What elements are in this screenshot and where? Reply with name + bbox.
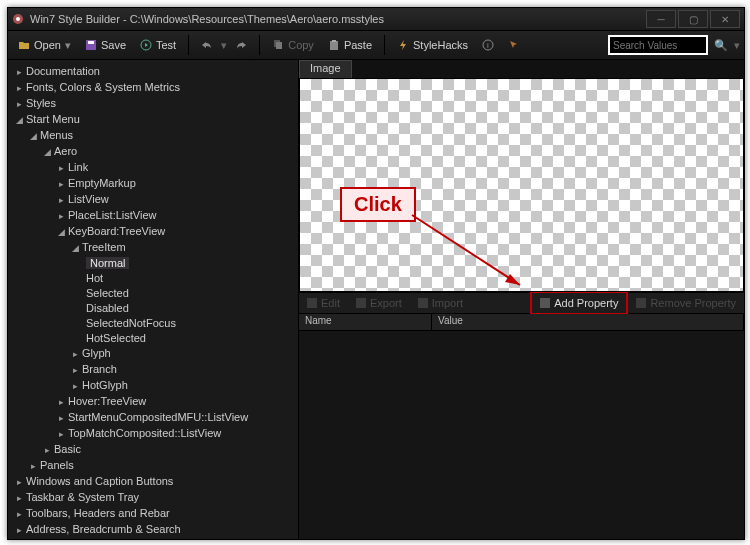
tree-item[interactable]: ▸Link [14,160,298,176]
right-panel: Image Click Edit Export Import Add Prope… [299,60,744,539]
maximize-button[interactable]: ▢ [678,10,708,28]
minimize-button[interactable]: ─ [646,10,676,28]
search-icon[interactable]: 🔍 [714,39,728,52]
tree-item[interactable]: ▸TopMatchComposited::ListView [14,426,298,442]
svg-marker-12 [505,274,520,285]
tree-item[interactable]: ▸Basic [14,442,298,458]
paste-button[interactable]: Paste [322,34,378,56]
tree-item[interactable]: ◢Menus [14,128,298,144]
tree-item[interactable]: ▸Branch [14,362,298,378]
tree-item[interactable]: ▸Fonts, Colors & System Metrics [14,80,298,96]
stylehacks-button[interactable]: StyleHacks [391,34,474,56]
tree-item-selected[interactable]: Normal [14,256,298,271]
open-button[interactable]: Open▾ [12,34,77,56]
undo-button[interactable] [195,34,219,56]
save-icon [85,39,97,51]
toolbar: Open▾ Save Test ▾ Copy Paste StyleHacks [8,31,744,60]
tree-item[interactable]: ◢KeyBoard:TreeView [14,224,298,240]
tree-item[interactable]: ▸Glyph [14,346,298,362]
paste-icon [328,39,340,51]
tree-item[interactable]: ▸Documentation [14,64,298,80]
svg-text:i: i [487,41,489,50]
tree-item[interactable]: ▸Windows and Caption Buttons [14,474,298,490]
tree-item[interactable]: HotSelected [14,331,298,346]
export-icon [356,298,366,308]
window-title: Win7 Style Builder - C:\Windows\Resource… [30,13,644,25]
svg-rect-6 [276,42,282,49]
svg-rect-8 [332,40,336,42]
play-icon [140,39,152,51]
tree-item[interactable]: ▸Buttons, Boxes & Controls [14,538,298,539]
svg-rect-7 [330,41,338,50]
save-button[interactable]: Save [79,34,132,56]
folder-icon [18,39,30,51]
remove-property-button[interactable]: Remove Property [628,293,744,313]
chevron-down-icon[interactable]: ▾ [734,39,740,52]
info-icon: i [482,39,494,51]
edit-icon [307,298,317,308]
tree-item[interactable]: ▸Panels [14,458,298,474]
arrow-annotation [300,79,748,291]
export-button[interactable]: Export [348,293,410,313]
property-header: Name Value [299,314,744,331]
svg-rect-3 [88,41,94,44]
tree-item[interactable]: Disabled [14,301,298,316]
app-icon [12,13,24,25]
import-button[interactable]: Import [410,293,471,313]
chevron-down-icon: ▾ [65,39,71,52]
copy-button[interactable]: Copy [266,34,320,56]
import-icon [418,298,428,308]
search-input[interactable] [608,35,708,55]
tree-item[interactable]: ◢Aero [14,144,298,160]
bolt-icon [397,39,409,51]
tree-item[interactable]: ▸ListView [14,192,298,208]
tree-item[interactable]: SelectedNotFocus [14,316,298,331]
col-name[interactable]: Name [299,314,432,330]
tree-item[interactable]: ◢TreeItem [14,240,298,256]
edit-button[interactable]: Edit [299,293,348,313]
copy-icon [272,39,284,51]
info-button[interactable]: i [476,34,500,56]
svg-point-1 [16,17,20,21]
add-property-button[interactable]: Add Property [530,291,628,315]
tree-item[interactable]: ▸HotGlyph [14,378,298,394]
tree-item[interactable]: ▸Styles [14,96,298,112]
tree-item[interactable]: ▸Hover:TreeView [14,394,298,410]
tree-item[interactable]: Selected [14,286,298,301]
tree-item[interactable]: ◢Start Menu [14,112,298,128]
property-action-bar: Edit Export Import Add Property Remove P… [299,292,744,314]
svg-line-11 [412,215,520,285]
tree-item[interactable]: ▸EmptyMarkup [14,176,298,192]
close-button[interactable]: ✕ [710,10,740,28]
callout-label: Click [340,187,416,222]
tree-panel[interactable]: ▸Documentation ▸Fonts, Colors & System M… [8,60,299,539]
image-tab[interactable]: Image [299,60,352,78]
tree-item[interactable]: ▸Taskbar & System Tray [14,490,298,506]
title-bar[interactable]: Win7 Style Builder - C:\Windows\Resource… [8,8,744,31]
redo-button[interactable] [229,34,253,56]
tree-item[interactable]: ▸Address, Breadcrumb & Search [14,522,298,538]
tree-item[interactable]: ▸StartMenuCompositedMFU::ListView [14,410,298,426]
add-icon [540,298,550,308]
app-window: Win7 Style Builder - C:\Windows\Resource… [7,7,745,540]
image-preview[interactable]: Click [299,78,744,292]
col-value[interactable]: Value [432,314,744,330]
tree-item[interactable]: ▸PlaceList:ListView [14,208,298,224]
help-button[interactable] [502,34,526,56]
property-list[interactable] [299,331,744,539]
remove-icon [636,298,646,308]
test-button[interactable]: Test [134,34,182,56]
tree-item[interactable]: ▸Toolbars, Headers and Rebar [14,506,298,522]
tree-item[interactable]: Hot [14,271,298,286]
pointer-icon [508,39,520,51]
